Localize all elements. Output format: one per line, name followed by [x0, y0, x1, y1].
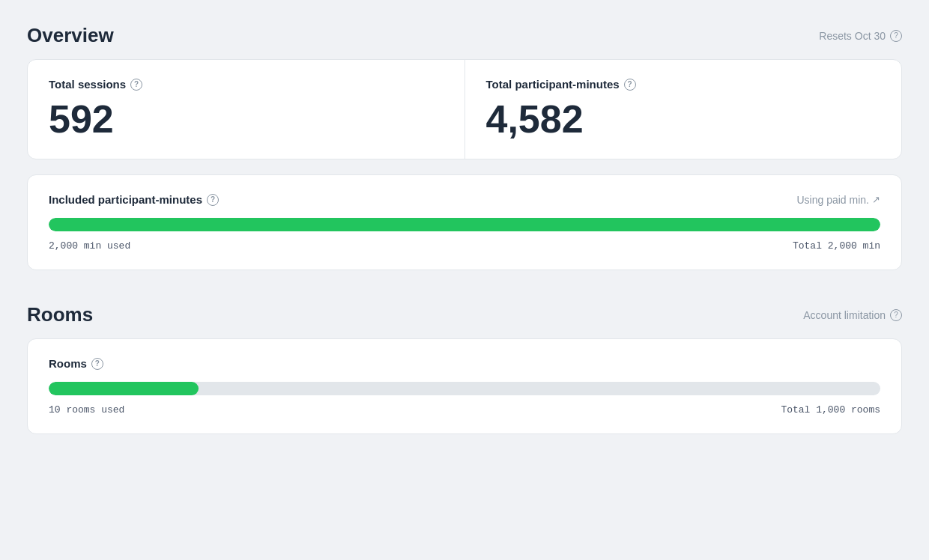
rooms-section: Rooms Account limitation ? Rooms ? 10 ro… [27, 303, 902, 434]
included-minutes-total: Total 2,000 min [793, 240, 880, 252]
included-minutes-header: Included participant-minutes ? Using pai… [49, 193, 880, 206]
external-link-icon: ↗ [872, 194, 880, 205]
rooms-used: 10 rooms used [49, 404, 124, 416]
overview-title: Overview [27, 24, 114, 47]
included-minutes-title: Included participant-minutes [49, 193, 202, 206]
rooms-card: Rooms ? 10 rooms used Total 1,000 rooms [27, 338, 902, 434]
account-limitation-label: Account limitation [803, 309, 886, 321]
resets-help-icon[interactable]: ? [890, 30, 902, 42]
rooms-card-header: Rooms ? [49, 357, 880, 370]
total-participant-minutes-label: Total participant-minutes [486, 78, 620, 91]
included-minutes-progress-fill [49, 218, 880, 231]
rooms-footer: 10 rooms used Total 1,000 rooms [49, 404, 880, 416]
total-sessions-label-row: Total sessions ? [49, 78, 444, 91]
rooms-card-title-row: Rooms ? [49, 357, 103, 370]
rooms-progress-track [49, 382, 880, 395]
included-minutes-footer: 2,000 min used Total 2,000 min [49, 240, 880, 252]
included-minutes-card: Included participant-minutes ? Using pai… [27, 174, 902, 270]
total-participant-minutes-card: Total participant-minutes ? 4,582 [465, 60, 902, 159]
rooms-header: Rooms Account limitation ? [27, 303, 902, 326]
total-participant-minutes-value: 4,582 [486, 98, 881, 141]
rooms-title: Rooms [27, 303, 93, 326]
total-participant-minutes-help-icon[interactable]: ? [624, 79, 636, 91]
stats-row: Total sessions ? 592 Total participant-m… [27, 59, 902, 159]
resets-info: Resets Oct 30 ? [819, 30, 902, 42]
resets-label: Resets Oct 30 [819, 30, 886, 42]
total-sessions-card: Total sessions ? 592 [28, 60, 465, 159]
overview-header: Overview Resets Oct 30 ? [27, 24, 902, 47]
overview-section: Overview Resets Oct 30 ? Total sessions … [27, 24, 902, 270]
total-sessions-label: Total sessions [49, 78, 126, 91]
included-minutes-progress-track [49, 218, 880, 231]
account-limitation-help-icon[interactable]: ? [890, 309, 902, 321]
using-paid-min-link[interactable]: Using paid min. ↗ [797, 194, 881, 206]
included-minutes-title-row: Included participant-minutes ? [49, 193, 219, 206]
rooms-total: Total 1,000 rooms [781, 404, 880, 416]
included-minutes-used: 2,000 min used [49, 240, 130, 252]
total-participant-minutes-label-row: Total participant-minutes ? [486, 78, 881, 91]
account-limitation-info: Account limitation ? [803, 309, 902, 321]
rooms-card-help-icon[interactable]: ? [91, 358, 103, 370]
total-sessions-help-icon[interactable]: ? [130, 79, 142, 91]
rooms-card-title: Rooms [49, 357, 87, 370]
total-sessions-value: 592 [49, 98, 444, 141]
included-minutes-help-icon[interactable]: ? [207, 194, 219, 206]
using-paid-min-label: Using paid min. [797, 194, 870, 206]
rooms-progress-fill [49, 382, 199, 395]
